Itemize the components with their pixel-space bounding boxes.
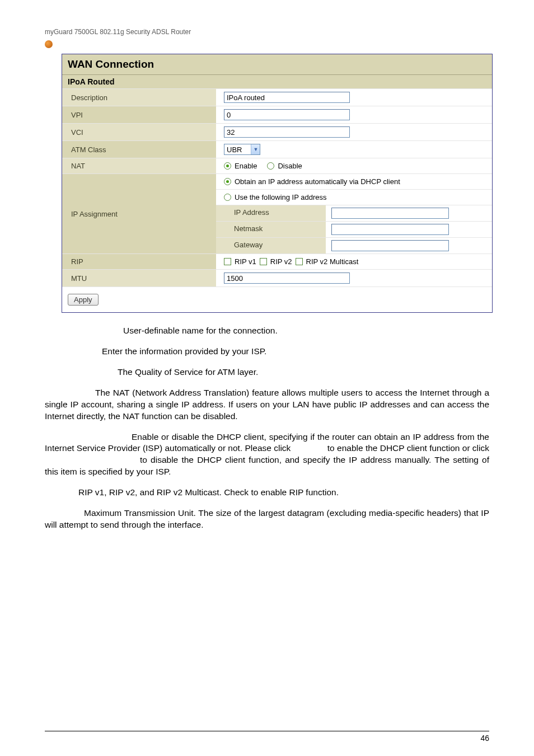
rip-v2m-checkbox[interactable] [296, 258, 303, 265]
config-panel: WAN Connection IPoA Routed Description V… [62, 54, 493, 313]
rip-v2-checkbox[interactable] [260, 258, 267, 265]
doc-header: myGuard 7500GL 802.11g Security ADSL Rou… [45, 28, 489, 36]
ip-address-input[interactable] [331, 208, 449, 219]
nat-disable-radio[interactable] [267, 162, 274, 170]
chevron-down-icon: ▼ [251, 144, 260, 154]
label-vpi: VPI [62, 106, 216, 123]
footer-rule [45, 731, 489, 731]
apply-button[interactable]: Apply [68, 294, 99, 306]
ip-auto-label: Obtain an IP address automatically via D… [235, 177, 400, 186]
p-dhcp: Enable or disable the DHCP client, speci… [45, 431, 489, 478]
vci-input[interactable] [224, 126, 350, 138]
body-text: User-definable name for the connection. … [45, 325, 489, 531]
ip-manual-radio[interactable] [224, 194, 231, 201]
label-netmask: Netmask [216, 222, 326, 237]
nat-disable-label: Disable [278, 162, 302, 170]
label-vci: VCI [62, 124, 216, 140]
netmask-input[interactable] [331, 224, 449, 235]
p-rip: RIP v1, RIP v2, and RIP v2 Multicast. Ch… [45, 487, 489, 499]
description-input[interactable] [224, 92, 350, 103]
rip-v1-label: RIP v1 [235, 257, 256, 266]
label-description: Description [62, 89, 216, 106]
label-gateway: Gateway [216, 238, 326, 253]
atm-class-select[interactable]: UBR ▼ [224, 144, 260, 155]
rip-v2-label: RIP v2 [270, 257, 292, 266]
p-description: User-definable name for the connection. [45, 325, 489, 337]
gateway-input[interactable] [331, 240, 449, 251]
label-rip: RIP [62, 254, 216, 269]
p-vpivci: Enter the information provided by your I… [45, 346, 489, 358]
rip-v1-checkbox[interactable] [224, 258, 231, 265]
p-mtu: Maximum Transmission Unit. The size of t… [45, 508, 489, 531]
label-nat: NAT [62, 158, 216, 173]
atm-class-value: UBR [224, 145, 251, 154]
ip-manual-label: Use the following IP address [235, 193, 327, 201]
rip-v2m-label: RIP v2 Multicast [306, 257, 359, 266]
vpi-input[interactable] [224, 109, 350, 120]
page-number: 46 [480, 734, 489, 743]
ip-auto-radio[interactable] [224, 178, 231, 185]
label-ip-assignment: IP Assignment [62, 174, 216, 253]
bullet-icon [45, 40, 53, 48]
mtu-input[interactable] [224, 273, 350, 284]
nat-enable-radio[interactable] [224, 162, 231, 170]
nat-enable-label: Enable [235, 162, 257, 170]
p-atm: The Quality of Service for ATM layer. [45, 367, 489, 378]
label-mtu: MTU [62, 270, 216, 287]
panel-title: WAN Connection [62, 54, 492, 74]
p-nat: The NAT (Network Address Translation) fe… [45, 387, 489, 422]
label-ip-address: IP Address [216, 205, 326, 221]
panel-subtitle: IPoA Routed [62, 74, 492, 88]
label-atm-class: ATM Class [62, 141, 216, 158]
